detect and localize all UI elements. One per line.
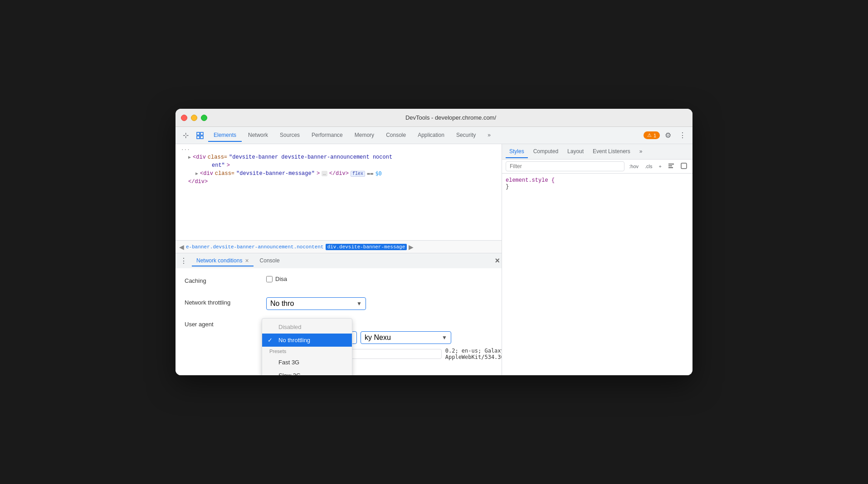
inspect-icon[interactable] xyxy=(194,129,206,142)
attr-class-value: "devsite-banner devsite-banner-announcem… xyxy=(229,154,392,160)
dropdown-item-no-throttling[interactable]: ✓ No throttling xyxy=(262,334,352,347)
warning-count: 1 xyxy=(653,133,656,138)
throttling-label: Network throttling xyxy=(185,297,266,306)
element-line-1: ··· xyxy=(176,146,502,153)
tab-computed[interactable]: Computed xyxy=(530,145,562,158)
caching-label: Caching xyxy=(185,276,266,284)
tag-div-open: <div xyxy=(200,170,213,177)
user-agent-label: User agent xyxy=(185,319,266,328)
color-scheme-icon[interactable] xyxy=(679,162,689,171)
tag-div-end: </div> xyxy=(188,179,208,185)
throttling-dropdown[interactable]: Disabled ✓ No throttling Presets Fast 3G xyxy=(262,318,352,375)
disabled-label: Disabled xyxy=(278,324,302,330)
caching-row: Caching Disa xyxy=(185,276,493,288)
right-panel: Styles Computed Layout Event Listeners »… xyxy=(502,144,692,375)
caching-checkbox-text: Disa xyxy=(275,276,287,282)
presets-label: Presets xyxy=(269,348,286,354)
bottom-tabs-bar: ⋮ Network conditions × Console × xyxy=(176,253,502,268)
throttling-control: No thro ▼ xyxy=(266,297,366,310)
more-options-icon[interactable]: ⋮ xyxy=(676,129,689,142)
tab-security[interactable]: Security xyxy=(451,129,481,142)
dollar-sign: $0 xyxy=(375,170,381,177)
tab-event-listeners[interactable]: Event Listeners xyxy=(589,145,634,158)
window-title: DevTools - developer.chrome.com/ xyxy=(215,114,687,121)
warning-icon: ⚠ xyxy=(647,132,652,138)
tag-open: <div xyxy=(193,154,206,160)
close-button[interactable] xyxy=(181,115,187,121)
expand-triangle[interactable]: ▶ xyxy=(188,155,191,160)
new-rule-icon[interactable] xyxy=(666,162,676,171)
title-bar: DevTools - developer.chrome.com/ xyxy=(176,109,692,127)
breadcrumb-item-1[interactable]: e-banner.devsite-banner-announcement.noc… xyxy=(186,244,324,250)
css-rule-close: } xyxy=(506,184,689,190)
element-line-3[interactable]: ▶ <div class= "devsite-banner-message" >… xyxy=(176,169,502,178)
attr-class-value-2: "devsite-banner-message" xyxy=(236,170,315,177)
throttling-select[interactable]: No thro ▼ xyxy=(266,297,366,310)
tab-more[interactable]: » xyxy=(482,129,496,142)
filter-input[interactable] xyxy=(506,161,624,171)
hov-button[interactable]: :hov xyxy=(627,163,640,170)
element-line-2b: ent" > xyxy=(176,161,502,169)
cls-button[interactable]: .cls xyxy=(643,163,654,170)
tab-elements[interactable]: Elements xyxy=(208,129,242,142)
tab-sources[interactable]: Sources xyxy=(274,129,305,142)
tab-application[interactable]: Application xyxy=(412,129,450,142)
dropdown-separator-presets: Presets xyxy=(262,347,352,356)
settings-icon[interactable]: ⚙ xyxy=(662,129,674,142)
css-selector: element.style { xyxy=(506,177,555,184)
tab-styles-more[interactable]: » xyxy=(636,145,646,158)
network-conditions-label: Network conditions xyxy=(196,257,242,264)
traffic-lights xyxy=(181,115,207,121)
css-rule-element: element.style { xyxy=(506,177,689,184)
add-style-icon[interactable]: + xyxy=(657,163,663,170)
svg-rect-6 xyxy=(668,167,673,168)
fast3g-label: Fast 3G xyxy=(278,359,299,366)
devtools-window: DevTools - developer.chrome.com/ ⊹ Eleme… xyxy=(176,109,692,375)
styles-toolbar: :hov .cls + xyxy=(502,160,692,174)
warning-badge[interactable]: ⚠ 1 xyxy=(644,131,660,139)
throttling-row: Network throttling No thro ▼ xyxy=(185,297,493,310)
equals-sign: == xyxy=(367,170,373,177)
tab-performance[interactable]: Performance xyxy=(306,129,348,142)
maximize-button[interactable] xyxy=(201,115,207,121)
tab-network[interactable]: Network xyxy=(243,129,273,142)
svg-rect-1 xyxy=(200,132,203,135)
breadcrumb-back[interactable]: ◀ xyxy=(179,243,184,251)
attr-class: class= xyxy=(208,154,227,160)
devtools-body: ··· ▶ <div class= "devsite-banner devsit… xyxy=(176,144,692,375)
toolbar-right: ⚠ 1 ⚙ ⋮ xyxy=(644,129,689,142)
close-panel-icon[interactable]: × xyxy=(495,256,500,266)
tab-console-bottom[interactable]: Console xyxy=(255,256,284,266)
svg-rect-5 xyxy=(668,165,672,166)
cursor-icon[interactable]: ⊹ xyxy=(179,129,192,142)
breadcrumb-item-2[interactable]: div.devsite-banner-message xyxy=(326,244,407,250)
dropdown-item-fast3g[interactable]: Fast 3G xyxy=(262,356,352,369)
bottom-more-icon[interactable]: ⋮ xyxy=(177,255,190,267)
svg-rect-2 xyxy=(197,136,200,139)
tab-layout[interactable]: Layout xyxy=(564,145,587,158)
breadcrumb-forward[interactable]: ▶ xyxy=(409,243,414,251)
throttling-value: No thro xyxy=(270,300,294,308)
device-select-2[interactable]: ky Nexu ▼ xyxy=(361,331,451,344)
device-value-2: ky Nexu xyxy=(365,334,391,342)
tab-styles[interactable]: Styles xyxy=(506,145,528,158)
element-line-4: </div> xyxy=(176,178,502,186)
element-line-2[interactable]: ▶ <div class= "devsite-banner devsite-ba… xyxy=(176,153,502,161)
tab-console[interactable]: Console xyxy=(380,129,411,142)
caching-checkbox-label[interactable]: Disa xyxy=(266,276,287,282)
tab-close-icon[interactable]: × xyxy=(245,257,249,264)
left-panel: ··· ▶ <div class= "devsite-banner devsit… xyxy=(176,144,502,375)
ellipsis-badge[interactable]: … xyxy=(322,171,327,176)
expand-triangle-2[interactable]: ▶ xyxy=(195,171,198,176)
styles-tabs: Styles Computed Layout Event Listeners » xyxy=(502,144,692,160)
tab-memory[interactable]: Memory xyxy=(349,129,380,142)
tag-close-bracket: > xyxy=(227,162,230,169)
minimize-button[interactable] xyxy=(191,115,197,121)
dropdown-item-slow3g[interactable]: Slow 3G xyxy=(262,369,352,375)
attr-class-value-cont: ent" xyxy=(212,162,225,169)
caching-checkbox[interactable] xyxy=(266,276,273,282)
tab-network-conditions[interactable]: Network conditions × xyxy=(192,256,254,266)
ua-textarea-suffix: 0.2; en-us; Galaxy Nexus Build/ICL53F) A… xyxy=(445,348,502,360)
device-arrow-icon: ▼ xyxy=(442,334,447,341)
svg-rect-7 xyxy=(681,163,687,169)
